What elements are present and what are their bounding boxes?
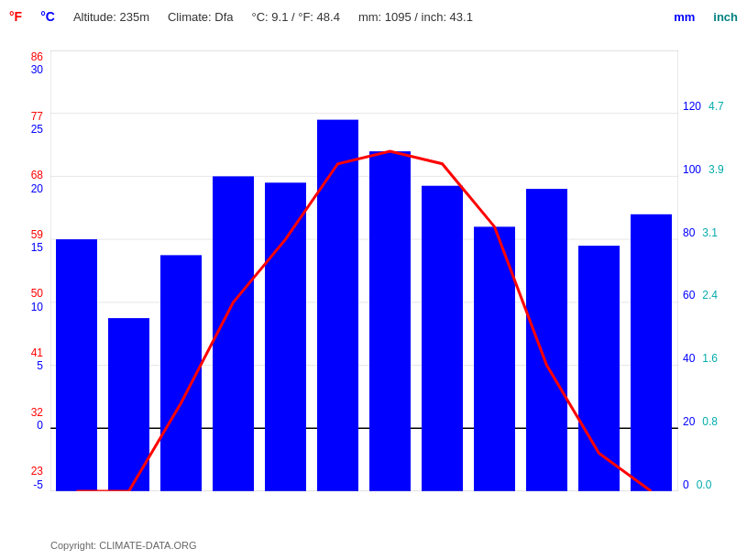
y-left-label-23: 23 -5 [31, 465, 43, 491]
y-right-80: 80 3.1 [683, 226, 718, 239]
altitude-label: Altitude: 235m [73, 10, 149, 24]
temp-stats: °C: 9.1 / °F: 48.4 [252, 10, 340, 24]
y-right-0: 0 0.0 [683, 478, 711, 491]
bar-dec [631, 214, 672, 491]
bar-aug [422, 186, 463, 491]
chart-container: °F °C Altitude: 235m Climate: Dfa °C: 9.… [0, 0, 747, 560]
y-right-20: 20 0.8 [683, 415, 718, 428]
y-left-label-59: 59 15 [31, 228, 43, 255]
bar-may [265, 182, 306, 491]
y-axis-left: 86 30 77 25 68 20 59 15 50 10 41 5 32 0 … [0, 50, 50, 491]
y-left-label-32: 32 0 [31, 406, 43, 433]
precip-stats: mm: 1095 / inch: 43.1 [358, 10, 473, 24]
bar-oct [526, 189, 567, 491]
y-right-40: 40 1.6 [683, 352, 718, 365]
bar-jun [317, 120, 358, 491]
y-left-label-86: 86 30 [31, 50, 43, 77]
y-left-label-50: 50 10 [31, 287, 43, 313]
y-right-100: 100 3.9 [683, 163, 724, 176]
chart-header: °F °C Altitude: 235m Climate: Dfa °C: 9.… [9, 9, 738, 24]
bar-apr [213, 176, 254, 491]
y-axis-right: 120 4.7 100 3.9 80 3.1 60 2.4 40 1.6 20 … [678, 50, 747, 491]
mm-header-label: mm [674, 10, 695, 24]
y-left-label-41: 41 5 [31, 346, 43, 373]
celsius-label: °C [40, 9, 55, 24]
y-left-label-77: 77 25 [31, 110, 43, 137]
y-right-120: 120 4.7 [683, 100, 724, 113]
bar-jul [369, 151, 411, 491]
fahrenheit-label: °F [9, 9, 22, 24]
y-right-60: 60 2.4 [683, 289, 718, 302]
copyright-label: Copyright: CLIMATE-DATA.ORG [50, 540, 197, 551]
bar-jan [56, 239, 97, 491]
climate-label: Climate: Dfa [168, 10, 234, 24]
chart-svg: 01 02 03 04 05 06 07 08 09 10 11 12 [50, 50, 678, 491]
y-left-label-68: 68 20 [31, 169, 43, 195]
inch-header-label: inch [713, 10, 738, 24]
